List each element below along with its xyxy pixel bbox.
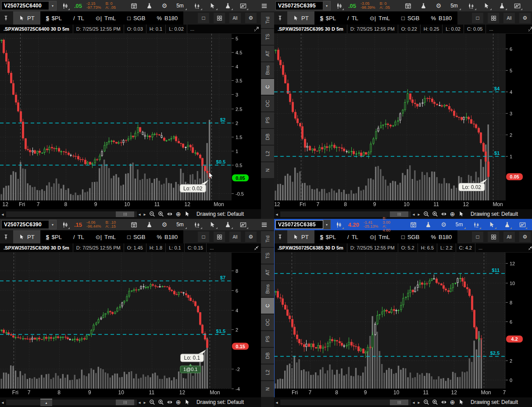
symbol-input[interactable]: V250725C6400 bbox=[1, 1, 49, 10]
timeframe-button[interactable]: 5m bbox=[174, 1, 187, 11]
drawing-set-status[interactable]: Drawing set: Default bbox=[471, 211, 518, 217]
cursor-tool-icon[interactable] bbox=[487, 220, 496, 229]
timeframe-button[interactable]: 5m bbox=[448, 1, 461, 11]
scroll-far-left-button[interactable]: ◂ bbox=[274, 212, 279, 217]
sgb-tool-button[interactable]: □SGB bbox=[121, 230, 151, 243]
trendline-tool-button[interactable]: /TL bbox=[342, 230, 364, 243]
chart-style-icon[interactable] bbox=[60, 1, 70, 11]
grid-layout-button[interactable] bbox=[214, 232, 225, 242]
pointer-icon[interactable] bbox=[183, 210, 191, 218]
rail-tab-at[interactable]: AT bbox=[261, 264, 274, 280]
rail-tab-oc[interactable]: OC bbox=[261, 314, 274, 330]
detach-button[interactable]: □ bbox=[198, 13, 209, 23]
maximize-icon[interactable] bbox=[251, 25, 261, 33]
crosshair-icon[interactable]: ⊕ bbox=[174, 210, 182, 218]
settings-gear-icon[interactable]: ⚙ bbox=[160, 1, 169, 11]
scroll-left-button[interactable]: ◂ bbox=[137, 212, 142, 217]
studies-flask-icon[interactable] bbox=[223, 220, 233, 229]
scroll-far-left-button[interactable]: ◂ bbox=[274, 400, 279, 405]
scroll-left-button[interactable]: ◂ bbox=[411, 400, 416, 405]
chart-scrollbar[interactable] bbox=[6, 400, 137, 405]
detach-button[interactable]: □ bbox=[472, 232, 483, 242]
crosshair-icon[interactable]: ⊕ bbox=[448, 398, 457, 406]
spl-tool-button[interactable]: $$PL bbox=[40, 11, 68, 25]
scroll-far-left-button[interactable]: ◂ bbox=[0, 212, 5, 217]
pointer-icon[interactable] bbox=[183, 398, 191, 406]
chart-style-icon[interactable] bbox=[334, 220, 344, 229]
panel-expand-handle[interactable]: ▴ bbox=[40, 399, 52, 406]
crosshair-icon[interactable]: ⊕ bbox=[448, 210, 457, 218]
candle-pattern-icon[interactable] bbox=[467, 1, 476, 11]
settings-gear-icon[interactable]: ⚙ bbox=[160, 220, 169, 229]
analyze-flask-icon[interactable] bbox=[418, 1, 428, 11]
scroll-far-left-button[interactable]: ◂ bbox=[0, 400, 5, 405]
rail-tab-l2[interactable]: L2 bbox=[261, 146, 274, 161]
toolbar-gear-icon[interactable]: ⚙ bbox=[519, 13, 531, 23]
trendline-tool-button[interactable]: /TL bbox=[342, 11, 364, 25]
rail-tab-btns[interactable]: Btns bbox=[261, 281, 274, 297]
auto-scale-icon[interactable] bbox=[439, 210, 448, 218]
chart-style-icon[interactable] bbox=[334, 1, 344, 11]
timeframe-button[interactable]: 5m bbox=[453, 220, 466, 229]
cursor-tool-icon[interactable] bbox=[482, 1, 492, 11]
tml-tool-button[interactable]: ⊙|TmL bbox=[90, 11, 121, 25]
symbol-input[interactable]: V250725C6395 bbox=[275, 1, 323, 10]
scroll-right-button[interactable]: ▸ bbox=[416, 400, 421, 405]
trendline-tool-button[interactable]: /TL bbox=[68, 11, 90, 25]
crosshair-icon[interactable]: ⊕ bbox=[174, 398, 182, 406]
cursor-tool-icon[interactable] bbox=[208, 1, 218, 11]
toolbar-gear-icon[interactable]: ⚙ bbox=[245, 13, 257, 23]
drawing-tools-icon[interactable] bbox=[513, 1, 522, 11]
tml-tool-button[interactable]: ⊙|TmL bbox=[90, 230, 121, 243]
zoom-out-icon[interactable] bbox=[148, 398, 156, 406]
auto-scale-icon[interactable] bbox=[165, 210, 174, 218]
scroll-right-button[interactable]: ▸ bbox=[142, 212, 147, 217]
link-all-button[interactable]: All bbox=[229, 232, 241, 242]
studies-flask-icon[interactable] bbox=[497, 1, 507, 11]
menu-icon[interactable] bbox=[260, 220, 269, 229]
rail-tab-c[interactable]: C bbox=[261, 79, 274, 95]
sgb-tool-button[interactable]: □SGB bbox=[396, 230, 425, 243]
analyze-flask-icon[interactable] bbox=[144, 1, 154, 11]
rail-tab-n[interactable]: N bbox=[261, 162, 274, 178]
scroll-left-button[interactable]: ◂ bbox=[411, 212, 416, 217]
rail-tab-ps[interactable]: PS bbox=[261, 331, 274, 347]
settings-gear-icon[interactable]: ⚙ bbox=[439, 220, 449, 229]
toolbar-gear-icon[interactable]: ⚙ bbox=[245, 232, 257, 242]
chart-scrollbar[interactable] bbox=[6, 211, 137, 217]
price-chart-canvas[interactable] bbox=[274, 34, 532, 209]
drawing-tools-icon[interactable] bbox=[239, 220, 248, 229]
studies-flask-icon[interactable] bbox=[223, 1, 233, 11]
pointer-tool-button[interactable]: PT bbox=[287, 11, 314, 25]
symbol-input[interactable]: V250725C6385 bbox=[275, 220, 323, 229]
drawing-tools-icon[interactable] bbox=[239, 1, 248, 11]
zoom-out-icon[interactable] bbox=[422, 210, 430, 218]
rail-tab-ps[interactable]: PS bbox=[261, 112, 274, 128]
rail-tab-oc[interactable]: OC bbox=[261, 96, 274, 111]
link-all-button[interactable]: All bbox=[229, 13, 241, 23]
corporate-actions-icon[interactable] bbox=[129, 220, 139, 229]
scrollbar-thumb[interactable] bbox=[390, 400, 408, 405]
grid-layout-button[interactable] bbox=[488, 13, 499, 23]
drawing-set-status[interactable]: Drawing set: Default bbox=[196, 211, 244, 217]
pointer-icon[interactable] bbox=[457, 398, 465, 406]
spl-tool-button[interactable]: $$PL bbox=[314, 230, 342, 243]
settings-gear-icon[interactable]: ⚙ bbox=[434, 1, 443, 11]
symbol-dropdown-button[interactable]: ▾ bbox=[49, 220, 57, 229]
pointer-icon[interactable] bbox=[457, 210, 465, 218]
link-all-button[interactable]: All bbox=[503, 13, 515, 23]
pointer-tool-button[interactable]: PT bbox=[13, 230, 40, 243]
zoom-out-icon[interactable] bbox=[148, 210, 156, 218]
rail-tab-trd[interactable]: Trd bbox=[261, 12, 274, 28]
chart-scrollbar[interactable] bbox=[280, 400, 411, 405]
zoom-in-icon[interactable] bbox=[157, 398, 165, 406]
tml-tool-button[interactable]: ⊙|TmL bbox=[364, 11, 396, 25]
symbol-dropdown-button[interactable]: ▾ bbox=[323, 220, 331, 229]
auto-scale-icon[interactable] bbox=[165, 398, 174, 406]
drawing-set-status[interactable]: Drawing set: Default bbox=[196, 399, 244, 405]
scroll-right-button[interactable]: ▸ bbox=[416, 212, 421, 217]
corporate-actions-icon[interactable] bbox=[408, 220, 418, 229]
drawing-tools-icon[interactable] bbox=[518, 220, 527, 229]
zoom-in-icon[interactable] bbox=[431, 210, 439, 218]
zoom-in-icon[interactable] bbox=[157, 210, 165, 218]
